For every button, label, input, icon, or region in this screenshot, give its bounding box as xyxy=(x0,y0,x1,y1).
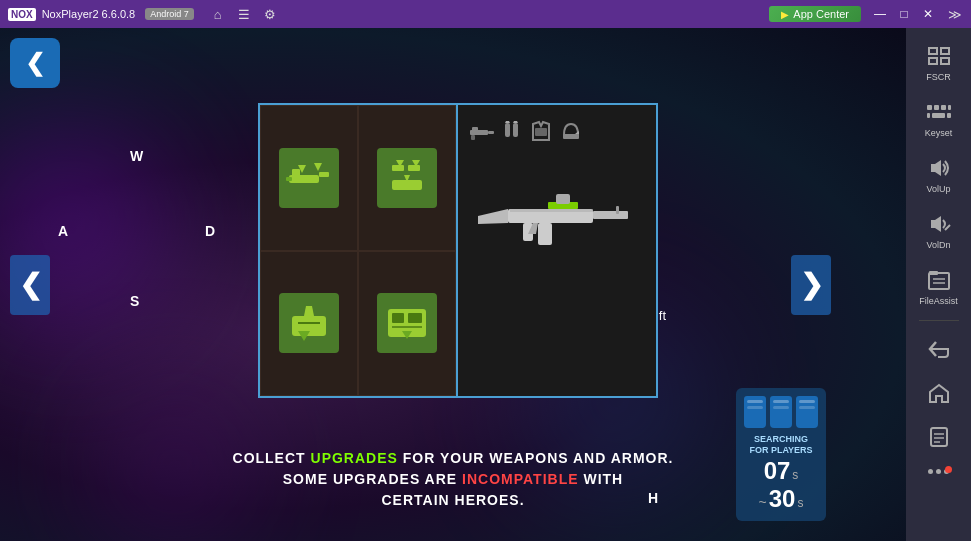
sidebar-item-fileassist[interactable]: FileAssist xyxy=(910,260,968,312)
timer-number: 07 xyxy=(764,457,791,485)
upgrade-item-4[interactable] xyxy=(358,251,456,397)
svg-rect-14 xyxy=(929,273,949,289)
svg-rect-10 xyxy=(947,113,951,118)
sidebar-item-fscr[interactable]: FSCR xyxy=(910,36,968,88)
svg-rect-60 xyxy=(556,194,570,204)
upgrade-item-3[interactable] xyxy=(260,251,358,397)
barrel-3 xyxy=(796,396,818,428)
svg-rect-0 xyxy=(929,48,937,54)
gun-icon-sm xyxy=(468,123,496,141)
bottom-line2: SOME UPGRADES ARE INCOMPATIBLE WITH xyxy=(233,469,674,490)
nav-right-icon: ❯ xyxy=(800,268,823,301)
sidebar: FSCR Keyset VolUp xyxy=(906,28,971,541)
svg-rect-48 xyxy=(513,123,518,137)
key-s: S xyxy=(130,293,139,309)
searching-text: SEARCHING FOR PLAYERS xyxy=(744,434,818,457)
svg-rect-45 xyxy=(488,131,494,134)
main-gun-svg xyxy=(468,174,638,264)
svg-rect-56 xyxy=(538,223,552,245)
status-box: SEARCHING FOR PLAYERS 07 s ~ 30 s xyxy=(736,388,826,521)
center-panel xyxy=(258,103,658,398)
dot2 xyxy=(936,469,941,474)
voldn-icon xyxy=(923,210,955,238)
sidebar-item-back[interactable] xyxy=(910,329,968,369)
svg-rect-55 xyxy=(593,211,628,219)
svg-rect-24 xyxy=(319,172,329,177)
upgrade-item-2[interactable] xyxy=(358,105,456,251)
upgrade-item-1[interactable] xyxy=(260,105,358,251)
timer2-number: 30 xyxy=(769,485,796,513)
svg-rect-9 xyxy=(932,113,945,118)
nav-left-button[interactable]: ❮ xyxy=(10,255,50,315)
some-upgrades-prefix: SOME UPGRADES ARE xyxy=(283,471,462,487)
svg-line-13 xyxy=(945,225,950,230)
weapons-suffix: FOR YOUR WEAPONS AND ARMOR. xyxy=(398,450,674,466)
svg-marker-50 xyxy=(513,121,518,123)
back-icon xyxy=(923,335,955,363)
recents-icon xyxy=(923,423,955,451)
play-icon: ▶ xyxy=(781,9,789,20)
svg-rect-2 xyxy=(929,58,937,64)
svg-rect-47 xyxy=(505,123,510,137)
title-icons-group: ⌂ ☰ ⚙ xyxy=(206,3,282,25)
incompatible-highlight: INCOMPATIBLE xyxy=(462,471,578,487)
svg-marker-27 xyxy=(314,163,322,171)
svg-rect-7 xyxy=(948,105,951,110)
sidebar-item-voldn[interactable]: VolDn xyxy=(910,204,968,256)
collect-prefix: COLLECT xyxy=(233,450,311,466)
svg-rect-8 xyxy=(927,113,930,118)
sidebar-item-recents[interactable] xyxy=(910,417,968,457)
barrel-2 xyxy=(770,396,792,428)
sidebar-item-keyset[interactable]: Keyset xyxy=(910,92,968,144)
svg-rect-5 xyxy=(934,105,939,110)
svg-rect-25 xyxy=(286,177,292,181)
voldn-label: VolDn xyxy=(926,240,950,250)
home-icon[interactable]: ⌂ xyxy=(206,3,230,25)
svg-rect-44 xyxy=(472,127,478,131)
svg-rect-18 xyxy=(931,428,947,446)
sidebar-item-home[interactable] xyxy=(910,373,968,413)
svg-marker-11 xyxy=(931,160,941,176)
fscr-label: FSCR xyxy=(926,72,951,82)
svg-rect-4 xyxy=(927,105,932,110)
fileassist-label: FileAssist xyxy=(919,296,958,306)
upgrade-icon-4 xyxy=(377,293,437,353)
menu-icon[interactable]: ☰ xyxy=(232,3,256,25)
weapon-icons-row xyxy=(468,120,582,144)
titlebar: NOX NoxPlayer2 6.6.0.8 Android 7 ⌂ ☰ ⚙ ▶… xyxy=(0,0,971,28)
timer-row1: 07 s xyxy=(744,457,818,485)
svg-rect-46 xyxy=(471,135,475,140)
svg-rect-61 xyxy=(510,209,593,212)
svg-rect-40 xyxy=(408,313,422,323)
key-w: W xyxy=(130,148,143,164)
svg-rect-51 xyxy=(535,128,547,136)
svg-rect-1 xyxy=(941,48,949,54)
bottom-line3: CERTAIN HEROES. xyxy=(233,490,674,511)
nav-right-button[interactable]: ❯ xyxy=(791,255,831,315)
tilde-symbol: ~ xyxy=(759,494,767,510)
app-center-button[interactable]: ▶ App Center xyxy=(769,6,861,22)
svg-rect-29 xyxy=(408,165,420,171)
helmet-icon-sm xyxy=(560,121,582,143)
maximize-button[interactable]: □ xyxy=(893,3,915,25)
svg-rect-28 xyxy=(392,165,404,171)
bottom-text: COLLECT UPGRADES FOR YOUR WEAPONS AND AR… xyxy=(233,448,674,511)
timer-unit: s xyxy=(792,468,798,482)
back-button[interactable]: ❮ xyxy=(10,38,60,88)
fscr-icon xyxy=(923,42,955,70)
svg-rect-3 xyxy=(941,58,949,64)
sidebar-item-volup[interactable]: VolUp xyxy=(910,148,968,200)
volup-icon xyxy=(923,154,955,182)
keyset-label: Keyset xyxy=(925,128,953,138)
minimize-button[interactable]: — xyxy=(869,3,891,25)
svg-marker-35 xyxy=(304,306,314,316)
settings-icon[interactable]: ⚙ xyxy=(258,3,282,25)
svg-rect-6 xyxy=(941,105,946,110)
upgrade-grid xyxy=(260,105,458,396)
svg-rect-39 xyxy=(392,313,404,323)
close-button[interactable]: ✕ xyxy=(917,3,939,25)
with-suffix: WITH xyxy=(579,471,624,487)
collapse-icon[interactable]: ≫ xyxy=(947,3,971,25)
svg-rect-23 xyxy=(292,169,300,177)
key-a: A xyxy=(58,223,68,239)
